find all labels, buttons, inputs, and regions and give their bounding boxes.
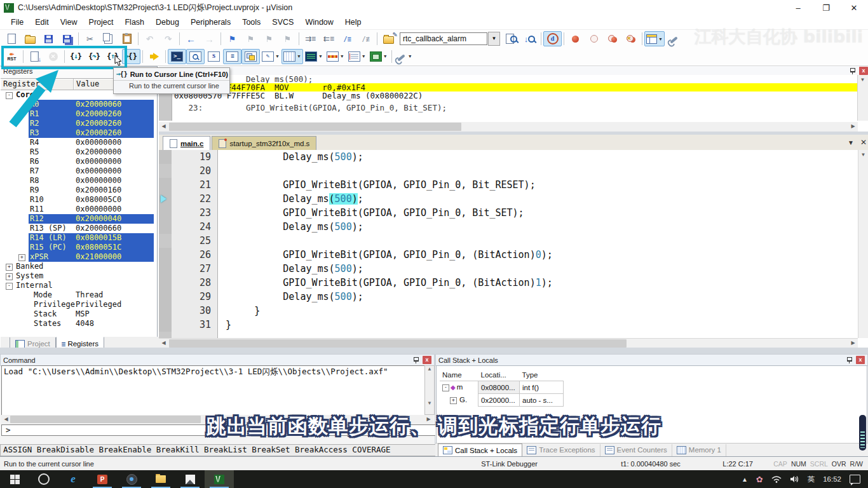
command-window-button[interactable]: >_	[168, 49, 186, 64]
register-row[interactable]: R100x080005C0	[1, 195, 157, 205]
minimize-button[interactable]: –	[784, 0, 812, 15]
editor-gutter[interactable]	[159, 276, 172, 290]
close-icon[interactable]: x	[859, 67, 868, 75]
internal-row[interactable]: ModeThread	[1, 290, 157, 300]
editor-gutter[interactable]	[159, 318, 172, 332]
bookmark-prev-button[interactable]: ⚑	[241, 31, 260, 46]
new-file-button[interactable]	[3, 31, 21, 46]
register-row[interactable]: R70x00000000	[1, 166, 157, 176]
taskbar-cortana-icon[interactable]	[29, 470, 58, 488]
editor-line-21[interactable]: 21 GPIO_WriteBit(GPIOA, GPIO_Pin_0, Bit_…	[159, 178, 868, 192]
internal-row[interactable]: States4048	[1, 319, 157, 327]
editor-line-30[interactable]: 30 }	[159, 304, 868, 318]
paste-button[interactable]	[118, 31, 136, 46]
bookmark-button[interactable]: ⚑	[223, 31, 241, 46]
register-group-banked[interactable]: +Banked	[1, 262, 157, 271]
disassembly-window-button[interactable]	[186, 49, 205, 64]
menu-edit[interactable]: Edit	[29, 17, 55, 28]
dock-tab-trace[interactable]: Trace Exceptions	[522, 444, 600, 456]
menu-svcs[interactable]: SVCS	[266, 17, 299, 28]
breakpoint-kill-all-button[interactable]	[621, 31, 640, 46]
indent-button[interactable]: ⇉≡	[301, 31, 320, 46]
editor-line-23[interactable]: 23 GPIO_WriteBit(GPIOA, GPIO_Pin_0, Bit_…	[159, 206, 868, 220]
clock[interactable]: 16:52	[823, 475, 841, 483]
text-to-find-input[interactable]: rtc_callback_alarm	[400, 32, 487, 45]
close-document-icon[interactable]: ✕	[860, 138, 867, 147]
register-row[interactable]: R40x00000000	[1, 138, 157, 147]
dock-tab-counters[interactable]: Event Counters	[600, 444, 672, 456]
taskbar-photos-icon[interactable]	[175, 470, 205, 488]
editor-gutter[interactable]	[159, 178, 172, 192]
register-group-system[interactable]: +System	[1, 271, 157, 281]
editor-gutter[interactable]	[159, 164, 172, 178]
pin-icon[interactable]	[413, 356, 419, 363]
pin-icon[interactable]	[850, 67, 855, 74]
menu-debug[interactable]: Debug	[150, 17, 185, 28]
register-row[interactable]: R14 (LR)0x0800015B	[1, 233, 157, 243]
breakpoint-disable-all-button[interactable]	[603, 31, 621, 46]
breakpoint-insert-button[interactable]	[566, 31, 585, 46]
menu-view[interactable]: View	[55, 17, 83, 28]
dock-tab-memory[interactable]: Memory 1	[672, 444, 726, 456]
disassembly-body[interactable]: Delay_ms(500);0x0800056C F44F70FA MOV r0…	[159, 75, 868, 121]
trace-window-button[interactable]: ▼	[346, 49, 368, 64]
register-row[interactable]: R120x20000040	[1, 214, 157, 224]
editor-line-19[interactable]: 19 Delay_ms(500);	[159, 150, 868, 164]
comment-button[interactable]: /≡	[338, 31, 356, 46]
undo-button[interactable]: ↶	[140, 31, 159, 46]
tray-app-icon[interactable]: ✿	[756, 475, 763, 484]
action-center-icon[interactable]	[850, 475, 860, 484]
pin-icon[interactable]	[846, 356, 852, 363]
editor-gutter[interactable]	[159, 192, 172, 206]
editor-gutter[interactable]	[159, 220, 172, 234]
editor-tab-startup[interactable]: startup_stm32f10x_md.s	[212, 136, 316, 150]
menu-peripherals[interactable]: Peripherals	[185, 17, 236, 28]
register-row[interactable]: R13 (SP)0x20000660	[1, 224, 157, 233]
editor-gutter[interactable]	[159, 206, 172, 220]
restore-button[interactable]: ❐	[812, 0, 840, 15]
registers-window-button[interactable]: ≡	[223, 49, 241, 64]
editor-line-22[interactable]: 22 Delay_ms(500);	[159, 192, 868, 206]
close-icon[interactable]: x	[856, 356, 865, 364]
wifi-icon[interactable]	[771, 475, 782, 483]
copy-button[interactable]	[99, 31, 118, 46]
register-row[interactable]: R110x00000000	[1, 205, 157, 214]
ime-indicator[interactable]: 英	[808, 475, 815, 484]
editor-horizontal-scrollbar[interactable]: ◀ ▶	[159, 338, 858, 348]
tab-list-dropdown-icon[interactable]: ▼	[848, 139, 854, 146]
analysis-window-button[interactable]: ▼	[325, 49, 346, 64]
callstack-table[interactable]: NameLocati...Type-◆m0x08000...int f()+G.…	[440, 369, 564, 407]
command-output[interactable]: Load "C:\\Users\\Admin\\Desktop\\STM32Pr…	[1, 365, 430, 416]
editor-tab-main-c[interactable]: main.c	[163, 136, 210, 150]
configure-button[interactable]	[665, 31, 683, 46]
speaker-icon[interactable]	[790, 475, 799, 483]
disassembly-line[interactable]: 23: GPIO_WriteBit(GPIOA, GPIO_Pin_0, Bit…	[159, 104, 868, 112]
editor-vertical-scrollbar[interactable]: ▲ ▼	[858, 150, 868, 338]
close-button[interactable]: ✕	[840, 0, 868, 15]
callstack-row[interactable]: -◆m0x08000...int f()	[440, 381, 564, 394]
taskbar-start-icon[interactable]	[0, 470, 29, 488]
toolbox-button[interactable]: ▼	[394, 49, 414, 64]
editor-gutter[interactable]	[159, 304, 172, 318]
symbol-window-button[interactable]: S	[205, 49, 223, 64]
register-group-internal[interactable]: -Internal	[1, 281, 157, 290]
taskbar-explorer-icon[interactable]	[146, 470, 175, 488]
redo-button[interactable]: ↷	[159, 31, 177, 46]
command-output-scrollbar[interactable]: ▲▼	[424, 365, 435, 415]
editor-gutter[interactable]	[159, 150, 172, 164]
editor-line-24[interactable]: 24 Delay_ms(500);	[159, 220, 868, 234]
serial-window-button[interactable]: ▼	[303, 49, 325, 64]
breakpoint-toggle-button[interactable]	[585, 31, 603, 46]
find-in-files-button[interactable]	[502, 31, 520, 46]
disassembly-line[interactable]: 0x08000570 F7FFFE5C BL.W Delay_ms (0x080…	[159, 92, 868, 100]
nav-back-button[interactable]: ←	[182, 31, 200, 46]
editor-line-25[interactable]: 25	[159, 234, 868, 248]
bookmark-clear-button[interactable]: ⚑	[278, 31, 297, 46]
editor-line-28[interactable]: 28 GPIO_WriteBit(GPIOA, GPIO_Pin_0, (Bit…	[159, 276, 868, 290]
editor-line-26[interactable]: 26 GPIO_WriteBit(GPIOA, GPIO_Pin_0, (Bit…	[159, 248, 868, 262]
menu-help[interactable]: Help	[339, 17, 367, 28]
menu-tools[interactable]: Tools	[236, 17, 266, 28]
system-viewer-button[interactable]: ▼	[368, 49, 390, 64]
register-row[interactable]: R90x20000160	[1, 186, 157, 195]
editor-line-29[interactable]: 29 Delay_ms(500);	[159, 290, 868, 304]
